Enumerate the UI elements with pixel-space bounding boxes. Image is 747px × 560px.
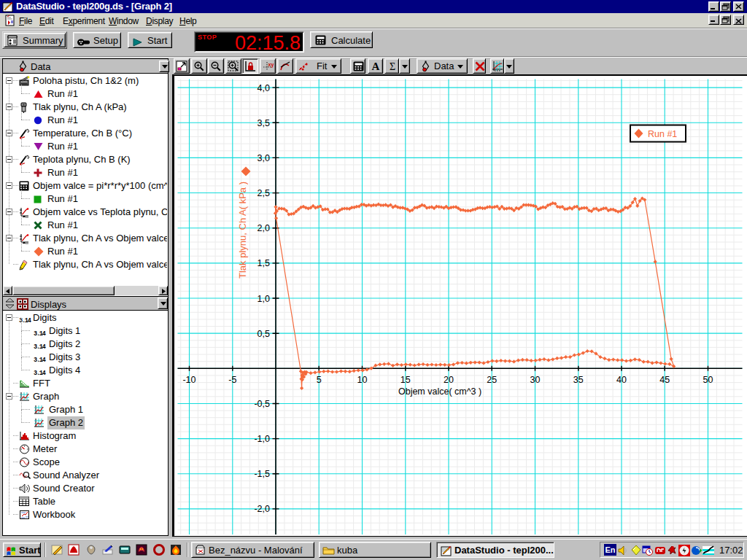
svg-text:Run #1: Run #1 [648, 128, 677, 139]
svg-text:4,0: 4,0 [257, 82, 269, 93]
svg-text:Tlak plynu, Ch A( kPa ): Tlak plynu, Ch A( kPa ) [237, 182, 248, 279]
svg-text:-5: -5 [228, 375, 236, 385]
svg-text:1,5: 1,5 [257, 258, 269, 268]
svg-text:35: 35 [573, 375, 583, 385]
svg-text:3,0: 3,0 [257, 152, 269, 163]
svg-text:15: 15 [400, 375, 410, 385]
svg-text:A: A [372, 61, 380, 71]
svg-text:Objem valce( cm^3 ): Objem valce( cm^3 ) [398, 386, 481, 397]
svg-text:-2,0: -2,0 [254, 504, 270, 514]
svg-text:-10: -10 [182, 375, 196, 385]
svg-text:1,0: 1,0 [257, 293, 269, 303]
svg-text:30: 30 [530, 375, 540, 385]
svg-text:2,5: 2,5 [257, 188, 269, 198]
svg-text:Σ: Σ [390, 61, 395, 72]
svg-text:40: 40 [616, 375, 627, 385]
svg-text:xy: xy [268, 62, 274, 68]
svg-text:-1,5: -1,5 [254, 469, 270, 479]
svg-text:3,5: 3,5 [257, 117, 269, 128]
svg-text:-1,0: -1,0 [254, 434, 270, 444]
svg-text:50: 50 [703, 375, 713, 385]
svg-text:2,0: 2,0 [257, 223, 269, 233]
svg-text:25: 25 [487, 375, 497, 385]
svg-text:10: 10 [357, 375, 367, 385]
svg-text:20: 20 [444, 375, 454, 385]
svg-text:45: 45 [659, 375, 670, 385]
svg-text:0,5: 0,5 [257, 328, 269, 338]
svg-text:5: 5 [316, 375, 321, 385]
svg-text:-0,5: -0,5 [254, 399, 270, 409]
